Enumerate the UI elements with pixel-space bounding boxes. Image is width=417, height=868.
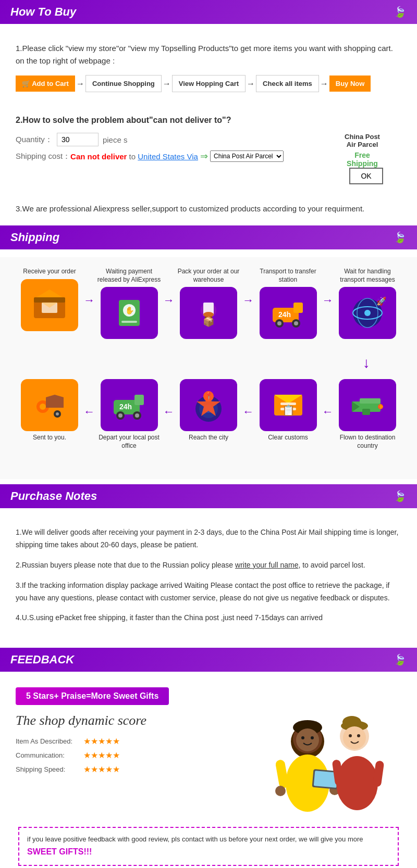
svg-text:24h: 24h xyxy=(278,310,290,319)
flow-box-6 xyxy=(21,379,78,431)
instruction-1: 1.Please click "view my store"or "view m… xyxy=(16,42,401,67)
instruction-3: 3.We are professional Aliexpress seller,… xyxy=(16,203,401,215)
svg-text:✋: ✋ xyxy=(125,306,134,315)
arrow-3: → xyxy=(246,79,256,89)
buy-now-btn[interactable]: Buy Now xyxy=(329,76,371,92)
cannot-deliver: Can not deliver xyxy=(70,152,127,161)
flow-label-5: Wait for handling transport messages xyxy=(334,268,401,284)
flow-item-5: Wait for handling transport messages 🚀 xyxy=(334,268,401,339)
flow-label-9: Clear customs xyxy=(268,434,308,442)
connector-6: ← xyxy=(163,379,175,419)
svg-rect-52 xyxy=(360,398,381,404)
connector-7: ← xyxy=(242,379,254,419)
feedback-header: FEEDBACK 🍃 xyxy=(0,648,417,672)
svg-text:24h: 24h xyxy=(119,402,131,411)
flow-box-4: 24h xyxy=(260,287,317,339)
shop-dynamic: The shop dynamic score xyxy=(16,713,235,728)
how-to-buy-section: 1.Please click "view my store"or "view m… xyxy=(0,32,417,116)
rating-row-2: Communication: ★★★★★ xyxy=(16,750,235,760)
flow-box-2: ✋ xyxy=(101,287,158,339)
connector-1: → xyxy=(83,268,95,307)
stars-banner: 5 Stars+ Praise=More Sweet Gifts xyxy=(16,687,169,705)
how-to-buy-title: How To Buy xyxy=(10,5,76,19)
flow-item-2: Waiting payment released by AliExpress ✋ xyxy=(95,268,163,339)
quantity-input[interactable] xyxy=(57,133,99,146)
shipping-cost-row: Shipping cost： Can not deliver to United… xyxy=(16,150,302,162)
svg-point-31 xyxy=(56,412,59,416)
connector-3: → xyxy=(242,268,254,307)
rating-label-2: Communication: xyxy=(16,751,83,759)
purchase-notes-header: Purchase Notes 🍃 xyxy=(0,484,417,508)
people-illustration xyxy=(245,713,391,817)
svg-text:📦: 📦 xyxy=(203,316,215,328)
how-to-buy-header: How To Buy 🍃 xyxy=(0,0,417,24)
arrow-1: → xyxy=(75,79,85,89)
problem-section: 2.How to solve the problem about"can not… xyxy=(0,116,417,203)
svg-text:🚀: 🚀 xyxy=(376,296,386,306)
svg-point-37 xyxy=(135,413,139,418)
note-1: 1.We will deliver goods after receiving … xyxy=(16,526,401,551)
svg-point-60 xyxy=(301,736,304,739)
flow-item-10: Flown to destination country xyxy=(334,379,401,453)
connector-2: → xyxy=(163,268,175,307)
feedback-title: FEEDBACK xyxy=(10,653,74,666)
svg-point-59 xyxy=(296,728,319,751)
form-right: China Post Air Parcel Free Shipping OK xyxy=(323,133,401,184)
feedback-left: The shop dynamic score Item As Described… xyxy=(16,713,235,819)
flow-item-9: 📋 Clear customs xyxy=(254,379,322,445)
us-link[interactable]: United States Via xyxy=(138,152,198,161)
flow-label-1: Receive your order xyxy=(23,268,76,276)
flow-label-3: Pack your order at our warehouse xyxy=(175,268,242,284)
flow-box-1 xyxy=(21,279,78,331)
check-items-btn[interactable]: Check all items xyxy=(256,75,319,92)
svg-point-35 xyxy=(118,413,122,418)
flow-row-2: Sent to you. ← 24h Depart your local pos… xyxy=(16,379,401,453)
svg-point-72 xyxy=(343,726,366,749)
rating-stars-1: ★★★★★ xyxy=(83,736,120,746)
flow-box-5: 🚀 xyxy=(339,287,396,339)
notes-content: 1.We will deliver goods after receiving … xyxy=(0,516,417,643)
svg-rect-77 xyxy=(373,760,385,787)
flow-label-6: Sent to you. xyxy=(33,434,66,442)
svg-text:📍: 📍 xyxy=(204,392,214,400)
ok-button[interactable]: OK xyxy=(349,168,383,184)
flow-label-7: Depart your local post office xyxy=(95,434,163,450)
svg-point-73 xyxy=(349,734,352,737)
flow-item-1: Receive your order xyxy=(16,268,83,331)
feedback-section: FEEDBACK 🍃 5 Stars+ Praise=More Sweet Gi… xyxy=(0,648,417,868)
pro-text: 3.We are professional Aliexpress seller,… xyxy=(0,203,417,225)
feedback-main: The shop dynamic score Item As Described… xyxy=(16,713,401,819)
continue-shopping-btn[interactable]: Continue Shopping xyxy=(85,75,162,92)
flow-label-4: Transport to transfer station xyxy=(254,268,322,284)
note-2: 2.Russian buyers please note that due to… xyxy=(16,559,401,572)
connector-4: → xyxy=(322,268,334,307)
rating-row-1: Item As Described: ★★★★★ xyxy=(16,736,235,746)
arrow-2: → xyxy=(162,79,172,89)
flow-box-8: 📍 xyxy=(180,379,237,431)
problem-title: 2.How to solve the problem about"can not… xyxy=(16,116,401,125)
svg-point-27 xyxy=(40,404,46,410)
shipping-dropdown[interactable]: China Post Air Parcel xyxy=(210,150,284,162)
view-cart-btn[interactable]: View Hopping Cart xyxy=(172,75,246,92)
svg-point-71 xyxy=(342,716,361,728)
svg-rect-8 xyxy=(121,321,137,323)
rating-stars-3: ★★★★★ xyxy=(83,764,120,774)
shopping-steps: 🛒 Add to Cart → Continue Shopping → View… xyxy=(16,75,401,92)
svg-point-74 xyxy=(357,734,360,737)
flow-label-8: Reach the city xyxy=(189,434,228,442)
svg-marker-29 xyxy=(46,395,64,408)
free-shipping-label: Free Shipping xyxy=(323,151,401,168)
rating-label-3: Shipping Speed: xyxy=(16,765,83,773)
add-to-cart-btn[interactable]: 🛒 Add to Cart xyxy=(16,76,75,92)
flow-box-9: 📋 xyxy=(260,379,317,431)
green-arrows: ⇒ xyxy=(200,150,208,162)
leaf-icon-3: 🍃 xyxy=(394,490,407,502)
shipping-form: Quantity： piece s Shipping cost： Can not… xyxy=(16,133,401,184)
form-left: Quantity： piece s Shipping cost： Can not… xyxy=(16,133,302,166)
purchase-notes-section: Purchase Notes 🍃 1.We will deliver goods… xyxy=(0,484,417,643)
shipping-header: Shipping 🍃 xyxy=(0,225,417,249)
flow-item-6: Sent to you. xyxy=(16,379,83,445)
svg-point-61 xyxy=(311,736,314,739)
flow-item-4: Transport to transfer station 24h xyxy=(254,268,322,339)
shipping-cost-label: Shipping cost： xyxy=(16,152,70,161)
